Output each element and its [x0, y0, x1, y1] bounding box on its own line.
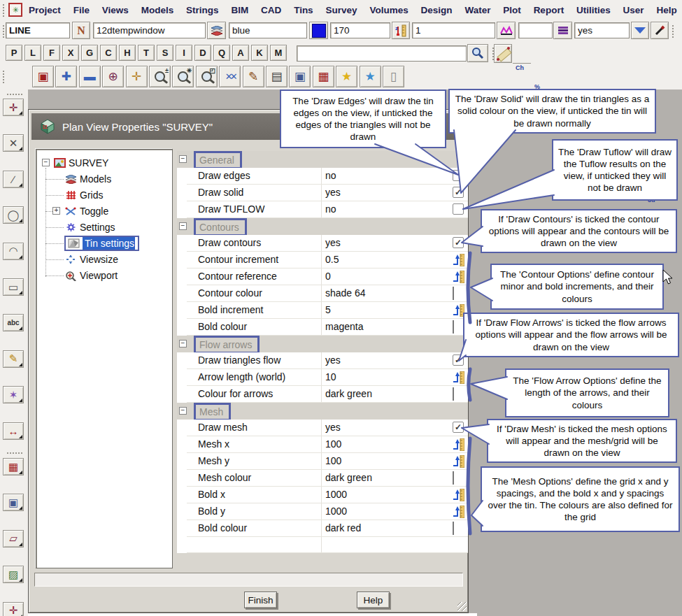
property-value[interactable]: dark green — [325, 388, 372, 399]
tree-item-settings[interactable]: Settings — [64, 220, 115, 235]
menu-item-cad[interactable]: CAD — [259, 5, 283, 15]
function-key-x[interactable]: X — [62, 45, 79, 61]
snap-input[interactable] — [574, 22, 630, 38]
tree-item-viewsize[interactable]: Viewsize — [64, 252, 118, 267]
tree-item-grids[interactable]: Grids — [64, 187, 103, 203]
toolbar-grip[interactable] — [671, 24, 674, 38]
measure-bearing-icon[interactable] — [494, 44, 512, 63]
toolbar-grip[interactable] — [6, 451, 22, 454]
insert-image-button[interactable]: ▨ — [3, 566, 24, 583]
function-key-d[interactable]: D — [194, 45, 211, 61]
property-value[interactable]: 0 — [325, 271, 331, 282]
height-input[interactable] — [330, 22, 390, 38]
colour-swatch[interactable] — [453, 472, 464, 484]
function-key-t[interactable]: T — [138, 45, 155, 61]
menu-item-survey[interactable]: Survey — [324, 5, 360, 15]
profile-pick-button[interactable] — [497, 22, 516, 39]
function-key-k[interactable]: K — [251, 45, 268, 61]
favourite-star-yellow-button[interactable]: ★ — [336, 66, 357, 87]
function-key-s[interactable]: S — [157, 45, 173, 61]
add-view-button[interactable]: ✚ — [55, 66, 77, 87]
property-value[interactable]: 1000 — [325, 506, 347, 517]
toggle-cross-button[interactable]: ✕✕ — [219, 66, 241, 87]
colour-swatch[interactable] — [453, 388, 464, 400]
menu-item-bim[interactable]: BIM — [229, 5, 250, 15]
measure-pick-button[interactable] — [453, 254, 464, 266]
pan-view-button[interactable]: ✛ — [126, 66, 148, 87]
tree-item-viewport[interactable]: Viewport — [64, 268, 118, 283]
models-list-button[interactable] — [207, 22, 226, 39]
toolbar-grip[interactable] — [1, 3, 5, 17]
toolbar-grip[interactable] — [6, 92, 22, 96]
height-pick-button[interactable]: z — [392, 22, 410, 39]
extra-input[interactable] — [518, 22, 553, 38]
menu-item-views[interactable]: Views — [100, 5, 131, 15]
favourite-star-blue-button[interactable]: ★ — [360, 66, 381, 87]
menu-item-utilities[interactable]: Utilities — [574, 5, 613, 15]
tree-item-toggle[interactable]: Toggle — [64, 203, 108, 219]
redraw-brush-button[interactable]: ✎ — [243, 66, 264, 87]
create-rectangle-button[interactable]: ▭ — [3, 278, 24, 296]
menu-item-help[interactable]: Help — [655, 5, 679, 15]
function-key-l[interactable]: L — [24, 45, 41, 61]
function-key-m[interactable]: M — [270, 45, 287, 61]
menu-item-file[interactable]: File — [71, 5, 92, 15]
toolbar-grip[interactable] — [1, 24, 5, 38]
collapse-expander[interactable]: − — [42, 159, 50, 166]
property-value[interactable]: shade 64 — [325, 287, 366, 299]
menu-item-user[interactable]: User — [621, 5, 646, 15]
measure-pick-button[interactable] — [453, 506, 464, 517]
property-value[interactable]: yes — [325, 422, 341, 433]
checkbox[interactable]: ✓ — [453, 187, 464, 199]
menu-item-models[interactable]: Models — [139, 5, 176, 15]
section-collapse-expander[interactable]: − — [179, 222, 187, 230]
property-value[interactable]: dark green — [325, 472, 372, 483]
colour-input[interactable] — [229, 22, 307, 38]
expand-expander[interactable]: + — [52, 207, 60, 215]
menu-item-design[interactable]: Design — [419, 5, 455, 15]
measure-pick-button[interactable] — [453, 371, 464, 383]
tree-item-survey[interactable]: SURVEY — [53, 155, 108, 171]
search-button[interactable] — [467, 44, 488, 62]
property-value[interactable]: dark red — [325, 522, 361, 533]
colour-swatch[interactable] — [453, 287, 464, 299]
delete-view-button[interactable]: ▬ — [79, 66, 101, 87]
property-value[interactable]: 0.5 — [325, 254, 339, 265]
menu-item-volumes[interactable]: Volumes — [367, 5, 410, 15]
sheet-grid-button[interactable]: ▦ — [3, 458, 24, 475]
linestyle-list-button[interactable] — [553, 22, 572, 39]
property-value[interactable]: yes — [325, 354, 341, 366]
measure-pick-button[interactable] — [453, 489, 464, 501]
property-value[interactable]: no — [325, 170, 336, 181]
measure-pick-button[interactable] — [453, 455, 464, 467]
move-element-button[interactable]: ✛ — [3, 602, 24, 616]
name-toggle-button[interactable]: N — [72, 22, 90, 39]
checkbox[interactable] — [453, 170, 464, 182]
cad-type-input[interactable] — [6, 22, 70, 38]
window-layout-button[interactable]: ▦ — [313, 66, 334, 87]
checkbox[interactable]: ✓ — [453, 237, 464, 249]
colour-swatch[interactable] — [453, 522, 464, 534]
section-collapse-expander[interactable]: − — [179, 340, 187, 348]
function-key-i[interactable]: I — [176, 45, 192, 61]
property-value[interactable]: 100 — [325, 455, 341, 466]
property-value[interactable]: magenta — [325, 321, 363, 332]
create-text-button[interactable]: abc — [3, 314, 24, 331]
property-value[interactable]: 1000 — [325, 489, 347, 500]
zoom-window-button[interactable]: ◰ — [196, 66, 218, 87]
create-symbol-button[interactable]: ✶ — [3, 386, 24, 403]
name-input[interactable] — [93, 22, 206, 38]
checkbox[interactable]: ✓ — [453, 422, 464, 434]
save-view-button[interactable]: ▣ — [32, 66, 54, 87]
zoom-view-button[interactable]: ± — [149, 66, 171, 87]
property-value[interactable]: 100 — [325, 438, 341, 450]
section-collapse-expander[interactable]: − — [179, 407, 187, 415]
snap-cursor-button[interactable]: ✛ — [3, 99, 24, 116]
tree-item-models[interactable]: Models — [64, 171, 111, 187]
function-key-g[interactable]: G — [81, 45, 98, 61]
tree-item-tin-settings[interactable]: Tin settings — [64, 236, 139, 251]
toolbar-grip[interactable] — [1, 69, 5, 85]
function-key-c[interactable]: C — [100, 45, 117, 61]
fit-view-button[interactable]: ⊕ — [102, 66, 124, 87]
resize-grip[interactable] — [457, 602, 467, 611]
